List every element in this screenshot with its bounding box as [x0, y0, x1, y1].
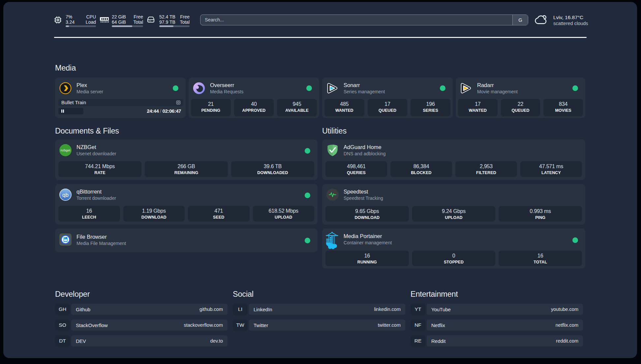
svg-text:nzbget: nzbget — [61, 148, 71, 152]
svg-text:qb: qb — [62, 192, 69, 198]
